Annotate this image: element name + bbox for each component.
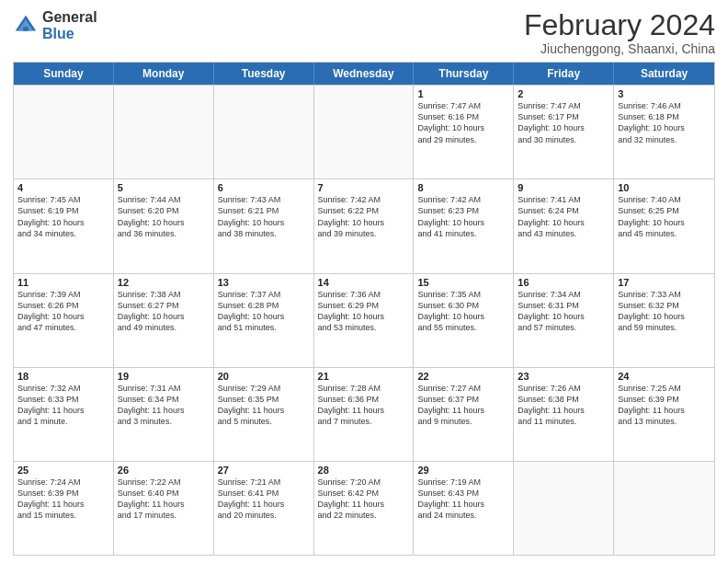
- calendar-cell: 24Sunrise: 7:25 AMSunset: 6:39 PMDayligh…: [614, 368, 714, 461]
- day-number: 1: [417, 88, 509, 99]
- title-block: February 2024 Jiuchenggong, Shaanxi, Chi…: [524, 9, 715, 56]
- day-header-saturday: Saturday: [614, 63, 714, 85]
- cell-info: Sunrise: 7:43 AMSunset: 6:21 PMDaylight:…: [218, 194, 310, 239]
- day-number: 18: [17, 371, 109, 382]
- cell-info: Sunrise: 7:32 AMSunset: 6:33 PMDaylight:…: [17, 383, 109, 428]
- calendar-cell: 6Sunrise: 7:43 AMSunset: 6:21 PMDaylight…: [214, 179, 314, 272]
- day-number: 9: [518, 182, 609, 193]
- calendar-cell: 18Sunrise: 7:32 AMSunset: 6:33 PMDayligh…: [14, 368, 114, 461]
- calendar-cell: 16Sunrise: 7:34 AMSunset: 6:31 PMDayligh…: [514, 274, 614, 367]
- cell-info: Sunrise: 7:47 AMSunset: 6:17 PMDaylight:…: [518, 100, 609, 145]
- cell-info: Sunrise: 7:28 AMSunset: 6:36 PMDaylight:…: [318, 383, 410, 428]
- calendar-cell: [214, 86, 314, 178]
- cell-info: Sunrise: 7:25 AMSunset: 6:39 PMDaylight:…: [618, 383, 711, 428]
- calendar-row-0: 1Sunrise: 7:47 AMSunset: 6:16 PMDaylight…: [14, 85, 714, 178]
- day-number: 21: [318, 371, 410, 382]
- day-number: 4: [17, 182, 109, 193]
- cell-info: Sunrise: 7:37 AMSunset: 6:28 PMDaylight:…: [218, 289, 310, 334]
- calendar-cell: 10Sunrise: 7:40 AMSunset: 6:25 PMDayligh…: [614, 179, 714, 272]
- calendar-cell: [614, 462, 714, 555]
- cell-info: Sunrise: 7:44 AMSunset: 6:20 PMDaylight:…: [118, 194, 210, 239]
- cell-info: Sunrise: 7:47 AMSunset: 6:16 PMDaylight:…: [417, 100, 509, 145]
- header: General Blue February 2024 Jiuchenggong,…: [13, 9, 715, 56]
- calendar-cell: 3Sunrise: 7:46 AMSunset: 6:18 PMDaylight…: [614, 86, 714, 178]
- calendar-cell: [114, 86, 214, 178]
- day-number: 25: [17, 465, 109, 476]
- calendar-cell: 7Sunrise: 7:42 AMSunset: 6:22 PMDaylight…: [314, 179, 415, 272]
- calendar-cell: 26Sunrise: 7:22 AMSunset: 6:40 PMDayligh…: [114, 462, 214, 555]
- cell-info: Sunrise: 7:21 AMSunset: 6:41 PMDaylight:…: [218, 477, 310, 522]
- svg-rect-2: [23, 27, 28, 30]
- day-number: 16: [518, 277, 609, 288]
- cell-info: Sunrise: 7:36 AMSunset: 6:29 PMDaylight:…: [318, 289, 410, 334]
- day-header-monday: Monday: [114, 63, 214, 85]
- day-number: 15: [417, 277, 509, 288]
- day-number: 6: [218, 182, 310, 193]
- day-number: 27: [218, 465, 310, 476]
- cell-info: Sunrise: 7:39 AMSunset: 6:26 PMDaylight:…: [17, 289, 109, 334]
- day-number: 8: [417, 182, 509, 193]
- cell-info: Sunrise: 7:19 AMSunset: 6:43 PMDaylight:…: [417, 477, 509, 522]
- day-header-wednesday: Wednesday: [314, 63, 415, 85]
- logo-blue-text: Blue: [42, 26, 97, 42]
- day-header-tuesday: Tuesday: [214, 63, 314, 85]
- cell-info: Sunrise: 7:20 AMSunset: 6:42 PMDaylight:…: [318, 477, 410, 522]
- cell-info: Sunrise: 7:38 AMSunset: 6:27 PMDaylight:…: [118, 289, 210, 334]
- calendar-cell: 23Sunrise: 7:26 AMSunset: 6:38 PMDayligh…: [514, 368, 614, 461]
- calendar-cell: [514, 462, 614, 555]
- day-number: 26: [118, 465, 210, 476]
- calendar-cell: 1Sunrise: 7:47 AMSunset: 6:16 PMDaylight…: [414, 86, 514, 178]
- logo-text: General Blue: [42, 9, 97, 41]
- day-number: 24: [618, 371, 711, 382]
- cell-info: Sunrise: 7:41 AMSunset: 6:24 PMDaylight:…: [518, 194, 609, 239]
- cell-info: Sunrise: 7:29 AMSunset: 6:35 PMDaylight:…: [218, 383, 310, 428]
- calendar-cell: [314, 86, 415, 178]
- day-number: 13: [218, 277, 310, 288]
- day-number: 22: [417, 371, 509, 382]
- day-number: 28: [318, 465, 410, 476]
- calendar-cell: 25Sunrise: 7:24 AMSunset: 6:39 PMDayligh…: [14, 462, 114, 555]
- calendar-row-3: 18Sunrise: 7:32 AMSunset: 6:33 PMDayligh…: [14, 367, 714, 461]
- cell-info: Sunrise: 7:45 AMSunset: 6:19 PMDaylight:…: [17, 194, 109, 239]
- cell-info: Sunrise: 7:42 AMSunset: 6:23 PMDaylight:…: [417, 194, 509, 239]
- calendar-cell: 22Sunrise: 7:27 AMSunset: 6:37 PMDayligh…: [414, 368, 514, 461]
- day-header-friday: Friday: [514, 63, 614, 85]
- calendar-cell: 2Sunrise: 7:47 AMSunset: 6:17 PMDaylight…: [514, 86, 614, 178]
- day-number: 17: [618, 277, 711, 288]
- day-number: 12: [118, 277, 210, 288]
- calendar-cell: 12Sunrise: 7:38 AMSunset: 6:27 PMDayligh…: [114, 274, 214, 367]
- calendar-cell: 5Sunrise: 7:44 AMSunset: 6:20 PMDaylight…: [114, 179, 214, 272]
- cell-info: Sunrise: 7:33 AMSunset: 6:32 PMDaylight:…: [618, 289, 711, 334]
- day-number: 23: [518, 371, 609, 382]
- page: General Blue February 2024 Jiuchenggong,…: [0, 0, 728, 563]
- logo-general-text: General: [42, 9, 97, 26]
- calendar-cell: 15Sunrise: 7:35 AMSunset: 6:30 PMDayligh…: [414, 274, 514, 367]
- cell-info: Sunrise: 7:35 AMSunset: 6:30 PMDaylight:…: [417, 289, 509, 334]
- day-number: 10: [618, 182, 711, 193]
- calendar-cell: 9Sunrise: 7:41 AMSunset: 6:24 PMDaylight…: [514, 179, 614, 272]
- cell-info: Sunrise: 7:42 AMSunset: 6:22 PMDaylight:…: [318, 194, 410, 239]
- day-number: 11: [17, 277, 109, 288]
- day-number: 7: [318, 182, 410, 193]
- cell-info: Sunrise: 7:34 AMSunset: 6:31 PMDaylight:…: [518, 289, 609, 334]
- calendar-cell: 17Sunrise: 7:33 AMSunset: 6:32 PMDayligh…: [614, 274, 714, 367]
- cell-info: Sunrise: 7:22 AMSunset: 6:40 PMDaylight:…: [118, 477, 210, 522]
- cell-info: Sunrise: 7:27 AMSunset: 6:37 PMDaylight:…: [417, 383, 509, 428]
- calendar-cell: 21Sunrise: 7:28 AMSunset: 6:36 PMDayligh…: [314, 368, 415, 461]
- day-number: 14: [318, 277, 410, 288]
- calendar-cell: 29Sunrise: 7:19 AMSunset: 6:43 PMDayligh…: [414, 462, 514, 555]
- subtitle: Jiuchenggong, Shaanxi, China: [524, 41, 715, 56]
- day-number: 19: [118, 371, 210, 382]
- calendar-row-2: 11Sunrise: 7:39 AMSunset: 6:26 PMDayligh…: [14, 273, 714, 367]
- main-title: February 2024: [524, 9, 715, 41]
- calendar-cell: 8Sunrise: 7:42 AMSunset: 6:23 PMDaylight…: [414, 179, 514, 272]
- calendar: SundayMondayTuesdayWednesdayThursdayFrid…: [13, 62, 715, 556]
- calendar-cell: 14Sunrise: 7:36 AMSunset: 6:29 PMDayligh…: [314, 274, 415, 367]
- calendar-cell: 19Sunrise: 7:31 AMSunset: 6:34 PMDayligh…: [114, 368, 214, 461]
- cell-info: Sunrise: 7:46 AMSunset: 6:18 PMDaylight:…: [618, 100, 711, 145]
- day-number: 20: [218, 371, 310, 382]
- cell-info: Sunrise: 7:26 AMSunset: 6:38 PMDaylight:…: [518, 383, 609, 428]
- calendar-body: 1Sunrise: 7:47 AMSunset: 6:16 PMDaylight…: [14, 85, 714, 555]
- calendar-row-4: 25Sunrise: 7:24 AMSunset: 6:39 PMDayligh…: [14, 461, 714, 555]
- logo: General Blue: [13, 9, 97, 41]
